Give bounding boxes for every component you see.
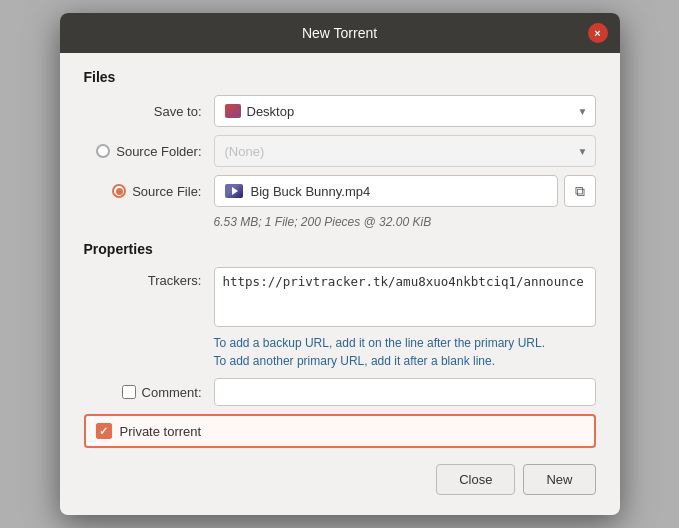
buttons-row: Close New <box>84 464 596 495</box>
trackers-textarea[interactable]: https://privtracker.tk/amu8xuo4nkbtciq1/… <box>214 267 596 327</box>
source-file-control: Big Buck Bunny.mp4 ⧉ <box>214 175 596 207</box>
source-folder-select[interactable]: (None) <box>214 135 596 167</box>
comment-label-area: Comment: <box>84 385 214 400</box>
save-to-control: Desktop ▼ <box>214 95 596 127</box>
dialog-content: Files Save to: Desktop ▼ Source Folder: <box>60 53 620 515</box>
source-file-row: Source File: Big Buck Bunny.mp4 ⧉ <box>84 175 596 207</box>
source-folder-row: Source Folder: (None) ▼ <box>84 135 596 167</box>
desktop-icon <box>225 104 241 118</box>
comment-checkbox[interactable] <box>122 385 136 399</box>
save-to-row: Save to: Desktop ▼ <box>84 95 596 127</box>
source-file-label-area: Source File: <box>84 184 214 199</box>
copy-path-button[interactable]: ⧉ <box>564 175 596 207</box>
source-folder-label-area: Source Folder: <box>84 144 214 159</box>
files-section-label: Files <box>84 69 596 85</box>
private-torrent-row: Private torrent <box>84 414 596 448</box>
trackers-row: Trackers: https://privtracker.tk/amu8xuo… <box>84 267 596 370</box>
source-file-row-inner: Big Buck Bunny.mp4 ⧉ <box>214 175 596 207</box>
source-file-radio-inner <box>116 188 123 195</box>
close-icon-button[interactable]: × <box>588 23 608 43</box>
dialog-title: New Torrent <box>302 25 377 41</box>
properties-section-label: Properties <box>84 241 596 257</box>
trackers-control: https://privtracker.tk/amu8xuo4nkbtciq1/… <box>214 267 596 370</box>
save-to-label: Save to: <box>84 104 214 119</box>
copy-icon: ⧉ <box>575 183 585 200</box>
new-button[interactable]: New <box>523 464 595 495</box>
source-folder-control: (None) ▼ <box>214 135 596 167</box>
new-torrent-dialog: New Torrent × Files Save to: Desktop ▼ S… <box>60 13 620 515</box>
close-button[interactable]: Close <box>436 464 515 495</box>
play-icon <box>232 187 238 195</box>
save-to-select[interactable]: Desktop <box>214 95 596 127</box>
titlebar: New Torrent × <box>60 13 620 53</box>
private-torrent-checkbox[interactable] <box>96 423 112 439</box>
comment-row: Comment: <box>84 378 596 406</box>
trackers-label: Trackers: <box>84 267 214 288</box>
source-file-radio[interactable] <box>112 184 126 198</box>
source-folder-radio[interactable] <box>96 144 110 158</box>
source-file-input[interactable]: Big Buck Bunny.mp4 <box>214 175 558 207</box>
comment-input[interactable] <box>214 378 596 406</box>
trackers-hint: To add a backup URL, add it on the line … <box>214 334 596 370</box>
private-torrent-label: Private torrent <box>120 424 202 439</box>
video-file-icon <box>225 184 243 198</box>
private-torrent-area[interactable]: Private torrent <box>84 414 596 448</box>
file-info: 6.53 MB; 1 File; 200 Pieces @ 32.00 KiB <box>214 215 596 229</box>
